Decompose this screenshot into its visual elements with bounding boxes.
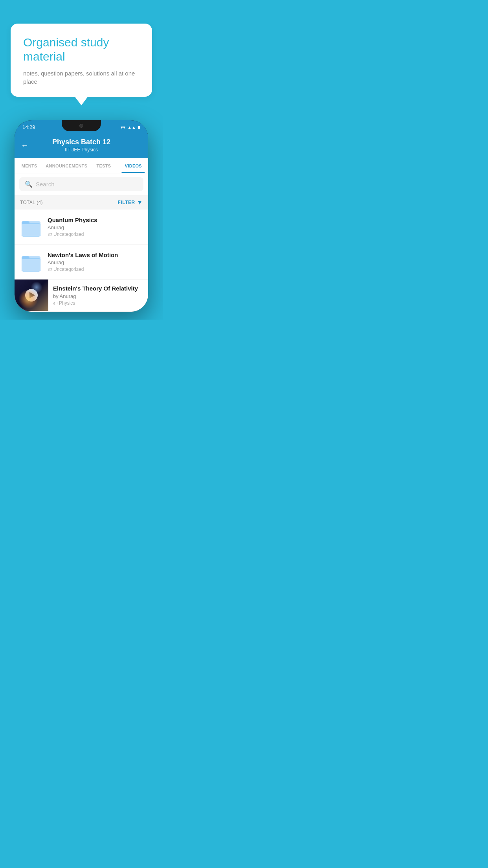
video-tag: 🏷 Physics — [53, 300, 143, 306]
tag-icon: 🏷 — [48, 232, 52, 237]
status-time: 14:29 — [22, 124, 35, 130]
video-list: Quantum Physics Anurag 🏷 Uncategorized — [15, 210, 148, 312]
header-title: Physics Batch 12 — [52, 138, 110, 146]
list-item[interactable]: Einstein's Theory Of Relativity by Anura… — [15, 280, 148, 312]
wifi-icon: ▾▾ — [121, 125, 125, 130]
video-tag: 🏷 Uncategorized — [48, 267, 143, 272]
battery-icon: ▮ — [138, 125, 140, 130]
status-icons: ▾▾ ▲▲ ▮ — [121, 125, 140, 130]
svg-rect-2 — [22, 224, 40, 236]
video-title: Quantum Physics — [48, 217, 143, 223]
filter-bar: TOTAL (4) FILTER ▼ — [15, 195, 148, 210]
tag-label: Physics — [59, 300, 75, 306]
tag-label: Uncategorized — [53, 232, 84, 237]
hero-section: Organised study material notes, question… — [0, 0, 163, 320]
filter-button[interactable]: FILTER ▼ — [118, 199, 143, 206]
tabs-bar: MENTS ANNOUNCEMENTS TESTS VIDEOS — [15, 158, 148, 173]
speech-bubble: Organised study material notes, question… — [11, 24, 152, 97]
bubble-title: Organised study material — [23, 35, 139, 64]
tab-tests[interactable]: TESTS — [89, 158, 118, 173]
filter-label: FILTER — [118, 200, 135, 205]
header-subtitle: IIT JEE Physics — [52, 147, 110, 153]
video-title: Einstein's Theory Of Relativity — [53, 285, 143, 292]
tag-icon: 🏷 — [48, 267, 52, 272]
app-header: ← Physics Batch 12 IIT JEE Physics — [15, 132, 148, 158]
notch — [62, 120, 101, 131]
search-placeholder: Search — [36, 181, 55, 188]
cosmic-glow2 — [31, 281, 42, 293]
svg-rect-5 — [22, 259, 40, 271]
video-author: Anurag — [48, 259, 143, 265]
video-info: Einstein's Theory Of Relativity by Anura… — [48, 280, 148, 311]
phone-wrapper: 14:29 ▾▾ ▲▲ ▮ ← — [15, 120, 148, 312]
video-folder-icon — [20, 251, 42, 273]
back-button[interactable]: ← — [21, 141, 29, 150]
tab-announcements[interactable]: ANNOUNCEMENTS — [44, 158, 89, 173]
total-count: TOTAL (4) — [20, 200, 43, 205]
header-center: Physics Batch 12 IIT JEE Physics — [52, 138, 110, 153]
bubble-subtitle: notes, question papers, solutions all at… — [23, 69, 139, 86]
tab-ments[interactable]: MENTS — [15, 158, 44, 173]
video-tag: 🏷 Uncategorized — [48, 232, 143, 237]
folder-svg — [22, 217, 40, 237]
list-item[interactable]: Quantum Physics Anurag 🏷 Uncategorized — [15, 210, 148, 245]
camera-dot — [79, 124, 83, 128]
filter-funnel-icon: ▼ — [137, 199, 143, 206]
video-folder-icon — [20, 216, 42, 238]
video-thumbnail — [15, 280, 48, 311]
video-author: Anurag — [48, 224, 143, 230]
tag-label: Uncategorized — [53, 267, 84, 272]
signal-icon: ▲▲ — [127, 125, 136, 130]
video-author: by Anurag — [53, 293, 143, 299]
video-info: Newton's Laws of Motion Anurag 🏷 Uncateg… — [48, 252, 143, 272]
search-box[interactable]: 🔍 Search — [19, 177, 143, 191]
search-icon: 🔍 — [25, 180, 33, 188]
video-info: Quantum Physics Anurag 🏷 Uncategorized — [48, 217, 143, 237]
video-title: Newton's Laws of Motion — [48, 252, 143, 258]
phone-frame: 14:29 ▾▾ ▲▲ ▮ ← — [15, 120, 148, 312]
list-item[interactable]: Newton's Laws of Motion Anurag 🏷 Uncateg… — [15, 245, 148, 280]
tab-videos[interactable]: VIDEOS — [119, 158, 148, 173]
search-container: 🔍 Search — [15, 173, 148, 195]
folder-svg — [22, 252, 40, 272]
status-bar-container: 14:29 ▾▾ ▲▲ ▮ — [15, 120, 148, 132]
tag-icon: 🏷 — [53, 301, 57, 305]
phone-inner: 14:29 ▾▾ ▲▲ ▮ ← — [15, 120, 148, 312]
